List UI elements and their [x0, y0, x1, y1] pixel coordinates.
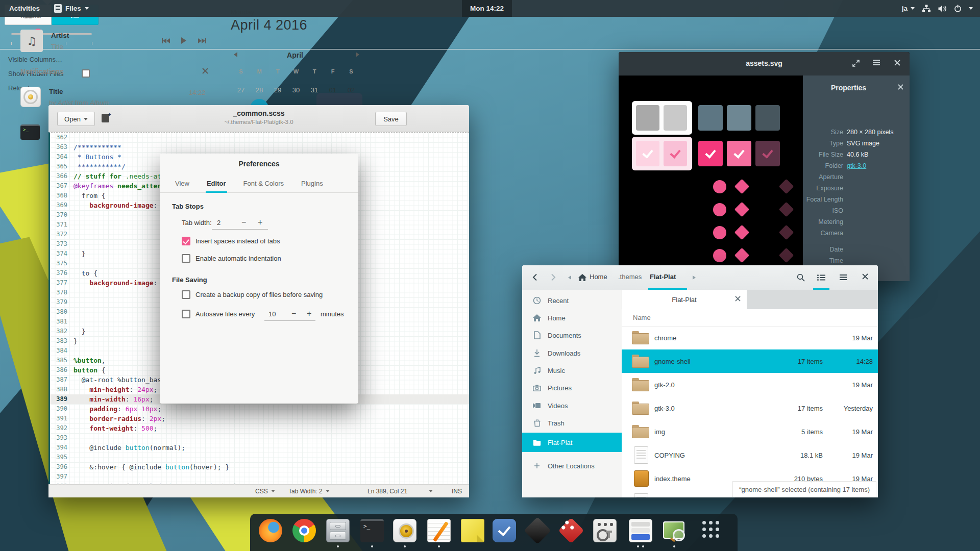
path-scroll-left-icon[interactable]	[568, 276, 571, 280]
backup-checkbox[interactable]	[182, 290, 190, 299]
dock-app-eog[interactable]	[663, 519, 686, 542]
file-row[interactable]: gtk-2.019 Mar	[622, 373, 878, 396]
chevron-down-icon[interactable]	[969, 7, 973, 10]
image-canvas[interactable]	[619, 76, 803, 281]
tab-width-selector[interactable]: Tab Width: 2	[288, 488, 330, 495]
autosave-minus-button[interactable]: −	[291, 309, 296, 318]
sidebar-item-flat-plat[interactable]: Flat-Plat	[522, 433, 622, 452]
close-icon[interactable]	[898, 84, 903, 90]
dock-app-tweaks[interactable]	[593, 519, 617, 542]
tab-flat-plat[interactable]: Flat-Plat	[622, 290, 747, 309]
play-icon[interactable]	[181, 37, 186, 44]
calendar-day[interactable]: 30	[287, 81, 305, 99]
viewer-titlebar[interactable]: assets.svg	[619, 52, 910, 76]
swatch-slate-dark	[755, 105, 780, 131]
sidebar-item-music[interactable]: Music	[522, 362, 622, 379]
menu-icon[interactable]	[873, 60, 880, 65]
previous-track-icon[interactable]	[161, 38, 170, 44]
files-list[interactable]: Name chrome19 Margnome-shell17 items14:2…	[622, 309, 878, 497]
file-row[interactable]: gtk-3.017 itemsYesterday	[622, 396, 878, 420]
search-icon[interactable]	[797, 273, 805, 282]
sidebar-item-trash[interactable]: Trash	[522, 414, 622, 432]
tab-view[interactable]: View	[174, 174, 190, 192]
sidebar-item-pictures[interactable]: Pictures	[522, 379, 622, 396]
sidebar-item-recent[interactable]: Recent	[522, 292, 622, 309]
dock-app-files[interactable]	[326, 519, 350, 542]
language-selector[interactable]: CSS	[255, 488, 275, 495]
folder-link[interactable]: gtk-3.0	[847, 162, 866, 169]
notification-title[interactable]: Title	[49, 88, 63, 95]
view-options-icon[interactable]	[817, 274, 825, 281]
line-number: 394	[50, 443, 67, 453]
dock-app-software[interactable]	[629, 519, 652, 542]
sidebar-item-downloads[interactable]: Downloads	[522, 344, 622, 362]
volume-icon[interactable]	[938, 5, 947, 12]
file-row[interactable]: chrome19 Mar	[622, 326, 878, 349]
network-icon[interactable]	[922, 5, 931, 12]
sidebar-item-home[interactable]: Home	[522, 309, 622, 327]
close-icon[interactable]	[862, 273, 868, 280]
breadcrumb-parent[interactable]: .themes	[618, 273, 642, 281]
dock-app-gedit[interactable]	[427, 519, 451, 542]
autosave-value[interactable]: 10	[268, 310, 276, 318]
files-headerbar[interactable]: Home .themes Flat-Plat	[522, 265, 878, 290]
clear-notifications-icon[interactable]	[202, 68, 208, 74]
autosave-suffix: minutes	[321, 310, 344, 318]
autosave-plus-button[interactable]: +	[307, 309, 311, 318]
menu-icon[interactable]	[840, 274, 847, 280]
chevron-down-icon[interactable]	[429, 490, 433, 492]
close-icon[interactable]	[894, 60, 900, 66]
home-icon[interactable]	[578, 274, 586, 281]
dock-app-gitg[interactable]	[559, 519, 583, 542]
back-icon[interactable]	[532, 273, 537, 281]
clock-button[interactable]: Mon 14:22	[462, 0, 512, 17]
file-row[interactable]: img5 items19 Mar	[622, 420, 878, 443]
next-track-icon[interactable]	[198, 38, 207, 44]
tab-width-minus-button[interactable]: −	[241, 218, 246, 227]
breadcrumb-current[interactable]: Flat-Plat	[650, 273, 676, 281]
gedit-titlebar[interactable]: Open + _common.scss ~/.themes/Flat-Plat/…	[48, 105, 469, 132]
sidebar-item-documents[interactable]: Documents	[522, 327, 622, 344]
tab-width-plus-button[interactable]: +	[258, 218, 262, 227]
trash-icon	[532, 419, 542, 427]
app-menu[interactable]: Files	[47, 0, 96, 17]
fullscreen-icon[interactable]	[852, 60, 860, 67]
dock-app-inkscape[interactable]	[526, 519, 549, 542]
dock-app-rhythmbox[interactable]	[393, 519, 416, 542]
dock-app-chrome[interactable]	[292, 519, 316, 542]
breadcrumb-home[interactable]: Home	[590, 273, 607, 281]
dock-app-notes[interactable]	[461, 519, 484, 542]
dock-app-firefox[interactable]	[259, 519, 282, 542]
insert-spaces-checkbox[interactable]	[182, 237, 190, 245]
calendar-day[interactable]: 27	[232, 81, 250, 99]
auto-indent-checkbox[interactable]	[182, 254, 190, 263]
tab-close-icon[interactable]	[735, 296, 741, 302]
keyboard-layout-button[interactable]: ja	[902, 5, 915, 12]
video-icon	[532, 403, 542, 409]
dock-app-todo[interactable]	[493, 519, 516, 542]
show-hidden-checkbox[interactable]	[82, 69, 90, 78]
power-icon[interactable]	[954, 5, 962, 12]
file-row[interactable]: gnome-shell17 items14:28	[622, 349, 878, 373]
system-tray[interactable]: ja	[898, 0, 977, 17]
path-scroll-right-icon[interactable]	[693, 276, 696, 280]
tab-width-value[interactable]: 2	[217, 219, 220, 227]
activities-button[interactable]: Activities	[2, 0, 47, 17]
next-month-icon[interactable]	[356, 52, 359, 57]
sidebar-item-videos[interactable]: Videos	[522, 397, 622, 414]
tab-font-colors[interactable]: Font & Colors	[242, 174, 285, 192]
list-column-header[interactable]: Name	[622, 309, 878, 327]
calendar-day[interactable]: 29	[268, 81, 287, 99]
autosave-checkbox[interactable]	[182, 310, 190, 318]
calendar-day[interactable]: 28	[250, 81, 268, 99]
terminal-icon: >_	[20, 124, 40, 140]
sidebar-item-other-locations[interactable]: Other Locations	[522, 457, 622, 474]
forward-icon[interactable]	[551, 273, 556, 281]
dock-app-terminal[interactable]: >_	[360, 519, 384, 542]
cursor-position[interactable]: Ln 389, Col 21	[368, 488, 407, 495]
dock-app-appgrid[interactable]	[700, 519, 724, 542]
file-row[interactable]: COPYING18.1 kB19 Mar	[622, 443, 878, 467]
tab-plugins[interactable]: Plugins	[300, 174, 324, 192]
save-button[interactable]: Save	[375, 112, 407, 126]
tab-editor[interactable]: Editor	[206, 174, 227, 192]
